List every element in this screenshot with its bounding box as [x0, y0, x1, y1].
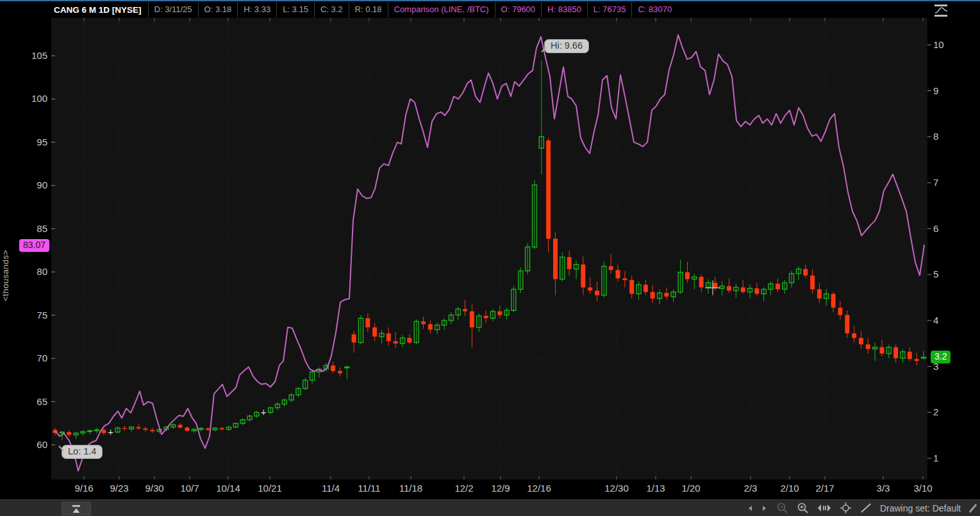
x-axis-date-label: 10/14: [216, 483, 240, 494]
candle-body-down: [629, 280, 634, 294]
candle-body-down: [609, 266, 613, 270]
left-axis-tick-label: 70: [12, 353, 47, 363]
candle-body-up: [345, 367, 349, 367]
candle-body-down: [622, 278, 627, 280]
candle-body-up: [922, 357, 926, 358]
candle-body-down: [776, 284, 780, 290]
candle-body-down: [122, 428, 127, 429]
candle-body-down: [365, 318, 370, 327]
right-axis-tick-label: 2: [933, 406, 938, 417]
x-axis-date-label: 12/9: [491, 483, 510, 494]
candle-body-down: [185, 428, 190, 431]
collapse-panel-icon: [71, 504, 81, 513]
candle-body-down: [803, 269, 808, 276]
candle-body-down: [727, 286, 731, 290]
candle-body-down: [150, 430, 154, 431]
candle-body-down: [852, 333, 856, 338]
right-axis-tick-label: 7: [933, 177, 938, 188]
candle-body-up: [88, 431, 92, 431]
left-axis-tick-label: 90: [12, 179, 47, 190]
x-axis-date-label: 2/3: [744, 483, 758, 494]
high-annotation: Hi: 9.66: [544, 39, 589, 53]
candle-body-down: [866, 344, 870, 349]
candle-body-down: [553, 238, 558, 279]
candle-body-down: [137, 427, 141, 428]
right-axis-tick-label: 8: [933, 131, 938, 142]
candle-body-down: [428, 324, 433, 330]
chart-canvas[interactable]: [0, 0, 980, 516]
candle-body-down: [664, 293, 669, 297]
candle-body-down: [338, 371, 342, 374]
candle-body-down: [386, 333, 391, 341]
candle-body-down: [331, 365, 335, 371]
candle-body-down: [817, 289, 822, 298]
candle-body-down: [220, 428, 224, 429]
candle-body-down: [754, 288, 759, 294]
step-back-icon[interactable]: [747, 504, 753, 512]
candle-body-down: [616, 270, 620, 278]
left-axis-tick-label: 65: [12, 396, 47, 407]
plot-area[interactable]: [51, 18, 927, 479]
candle-body-down: [581, 265, 585, 288]
candle-body-down: [546, 140, 551, 238]
right-axis-tick-label: 9: [933, 85, 938, 96]
candle-body-down: [67, 432, 71, 435]
candle-body-down: [497, 312, 502, 315]
left-axis-tick-label: 100: [12, 93, 47, 104]
x-axis-date-label: 3/3: [877, 483, 890, 494]
status-bar: Drawing set: Default: [0, 499, 980, 516]
left-axis-tick-label: 105: [12, 50, 47, 61]
pan-icon[interactable]: [817, 504, 831, 512]
right-axis-tick-label: 5: [933, 269, 938, 279]
left-axis-tick-label: 80: [12, 266, 47, 277]
x-axis-date-label: 9/30: [145, 483, 163, 494]
right-axis-tick-label: 4: [933, 315, 938, 326]
drawing-set-label[interactable]: Drawing set: Default: [880, 503, 961, 513]
candle-body-up: [95, 430, 99, 431]
candle-body-down: [352, 335, 356, 343]
x-axis-date-label: 10/7: [180, 483, 199, 494]
candle-body-down: [394, 341, 398, 344]
zoom-out-icon[interactable]: [776, 502, 788, 514]
candle-body-down: [908, 352, 912, 360]
candle-body-down: [372, 328, 377, 337]
candle-body-down: [463, 309, 467, 312]
candle-body-down: [880, 347, 884, 354]
collapse-panel-button[interactable]: [62, 502, 91, 515]
step-forward-icon[interactable]: [761, 504, 768, 512]
left-axis-tick-label: 75: [12, 310, 47, 320]
x-axis-date-label: 10/21: [258, 483, 282, 494]
x-axis-date-label: 11/18: [399, 483, 422, 494]
pencil-icon[interactable]: [969, 503, 977, 513]
right-axis-tick-label: 6: [933, 223, 938, 234]
candle-body-down: [101, 430, 106, 433]
right-axis-tick-label: 3: [933, 361, 938, 372]
left-axis-tick-label: 85: [12, 223, 47, 234]
candle-body-down: [470, 312, 474, 328]
x-axis-date-label: 2/10: [780, 483, 799, 494]
x-axis-date-label: 3/10: [913, 483, 932, 494]
x-axis-date-label: 12/2: [454, 483, 473, 494]
right-axis-tick-label: 10: [933, 39, 944, 50]
candle-body-down: [567, 257, 572, 269]
candle-body-down: [421, 321, 426, 324]
comparison-last-price-badge: 83.07: [19, 239, 49, 252]
x-axis-date-label: 11/4: [322, 483, 340, 494]
crosshair-icon[interactable]: [840, 502, 852, 514]
candle-body-doji: [262, 412, 266, 413]
trendline-icon[interactable]: [860, 503, 872, 513]
x-axis-date-label: 12/16: [527, 483, 551, 494]
candle-body-down: [178, 425, 183, 428]
x-axis-date-label: 1/13: [646, 483, 665, 494]
candle-body-down: [831, 294, 836, 308]
candle-body-down: [484, 316, 488, 319]
x-axis-date-label: 12/30: [604, 483, 629, 494]
candle-body-down: [838, 308, 842, 315]
candle-body-doji: [108, 432, 113, 433]
candle-body-down: [810, 276, 815, 290]
x-axis-date-label: 2/17: [815, 483, 834, 494]
candle-body-down: [407, 338, 411, 342]
zoom-in-icon[interactable]: [797, 502, 809, 514]
left-axis-tick-label: 60: [12, 439, 47, 450]
candle-body-down: [206, 428, 210, 429]
